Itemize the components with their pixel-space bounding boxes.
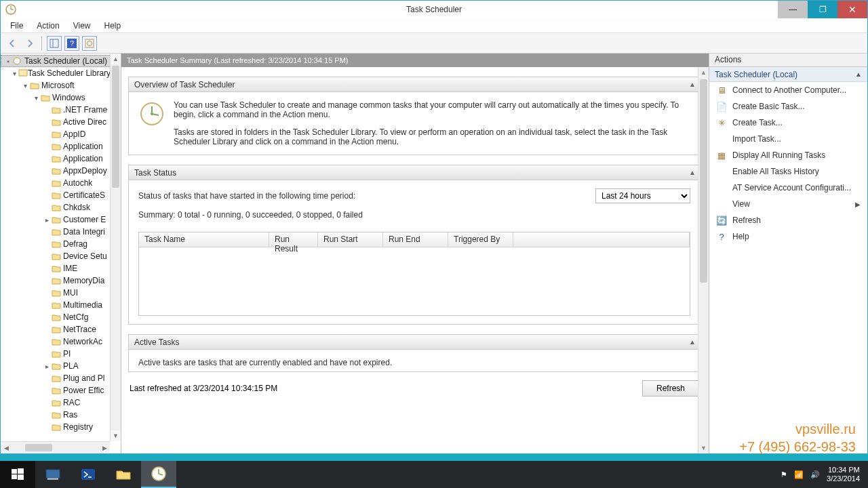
refresh-toolbar-button[interactable] <box>82 36 97 51</box>
tree-item[interactable]: Ras <box>1 409 121 421</box>
tray-network-icon[interactable]: 📶 <box>794 470 804 479</box>
col-task-name[interactable]: Task Name <box>139 232 269 247</box>
tree-item[interactable]: RAC <box>1 396 121 409</box>
active-tasks-desc: Active tasks are tasks that are currentl… <box>138 358 690 367</box>
tree-item[interactable]: Chkdsk <box>1 201 121 214</box>
tree-item[interactable]: Application <box>1 152 121 165</box>
menu-view[interactable]: View <box>66 19 98 33</box>
actions-subtitle[interactable]: Task Scheduler (Local) ▲ <box>709 67 867 82</box>
col-run-end[interactable]: Run End <box>383 232 448 247</box>
period-select[interactable]: Last 24 hours <box>595 188 690 203</box>
tree-item[interactable]: ▸Customer E <box>1 214 121 226</box>
overview-header[interactable]: Overview of Task Scheduler ▲ <box>129 77 700 92</box>
col-run-start[interactable]: Run Start <box>318 232 383 247</box>
tree-item[interactable]: PI <box>1 348 121 360</box>
tree-item[interactable]: Registry <box>1 421 121 433</box>
minimize-button[interactable]: — <box>778 1 808 18</box>
action-item[interactable]: Import Task... <box>709 131 867 147</box>
tree-item[interactable]: NetTrace <box>1 323 121 336</box>
action-item[interactable]: 🔄Refresh <box>709 212 867 228</box>
svg-rect-10 <box>19 70 27 76</box>
taskbar-explorer[interactable] <box>106 461 141 488</box>
tree-item[interactable]: Autochk <box>1 177 121 189</box>
action-item[interactable]: Enable All Tasks History <box>709 163 867 180</box>
folder-icon <box>51 264 62 273</box>
tree-windows[interactable]: ▾ Windows <box>1 92 121 104</box>
tree-vscrollbar[interactable]: ▲▼ <box>110 54 121 441</box>
maximize-button[interactable]: ❐ <box>808 1 837 18</box>
tree-item[interactable]: NetCfg <box>1 311 121 323</box>
tree-item[interactable]: NetworkAc <box>1 336 121 348</box>
tree-item[interactable]: ▸PLA <box>1 360 121 372</box>
col-run-result[interactable]: Run Result <box>269 232 318 247</box>
tree-item[interactable]: AppID <box>1 128 121 140</box>
close-button[interactable]: ✕ <box>837 1 867 18</box>
menu-help[interactable]: Help <box>98 19 128 33</box>
taskbar-powershell[interactable] <box>71 461 106 488</box>
folder-icon <box>40 93 51 102</box>
forward-button[interactable] <box>22 36 37 51</box>
folder-icon <box>51 422 62 432</box>
tray-clock[interactable]: 10:34 PM 3/23/2014 <box>827 466 860 483</box>
center-vscrollbar[interactable]: ▲▼ <box>698 67 709 453</box>
overview-text-2: Tasks are stored in folders in the Task … <box>174 127 690 146</box>
col-triggered-by[interactable]: Triggered By <box>448 232 513 247</box>
action-item[interactable]: View▶ <box>709 196 867 212</box>
menu-action[interactable]: Action <box>30 19 66 33</box>
show-hide-tree-button[interactable] <box>47 36 62 51</box>
status-summary: Summary: 0 total - 0 running, 0 succeede… <box>138 210 690 220</box>
tree[interactable]: ▪ Task Scheduler (Local) ▾ Task Schedule… <box>1 54 121 453</box>
tree-item[interactable]: Device Setu <box>1 250 121 262</box>
task-status-header[interactable]: Task Status ▲ <box>129 165 700 180</box>
tree-hscrollbar[interactable]: ◀▶ <box>1 441 110 453</box>
tree-item[interactable]: Active Direc <box>1 116 121 128</box>
tree-root[interactable]: ▪ Task Scheduler (Local) <box>1 55 121 67</box>
tree-item[interactable]: Defrag <box>1 238 121 250</box>
action-item[interactable]: ▦Display All Running Tasks <box>709 147 867 163</box>
menu-file[interactable]: File <box>3 19 30 33</box>
tree-item[interactable]: Power Effic <box>1 384 121 396</box>
tree-item[interactable]: CertificateS <box>1 189 121 201</box>
tray-flag-icon[interactable]: ⚑ <box>781 470 787 479</box>
tree-item[interactable]: Data Integri <box>1 226 121 238</box>
taskbar-task-scheduler[interactable] <box>141 461 176 488</box>
tree-item[interactable]: IME <box>1 262 121 274</box>
tree-library[interactable]: ▾ Task Scheduler Library <box>1 67 121 79</box>
collapse-up-icon: ▲ <box>855 70 862 78</box>
system-tray[interactable]: ⚑ 📶 🔊 10:34 PM 3/23/2014 <box>772 461 868 488</box>
action-item[interactable]: 🖥Connect to Another Computer... <box>709 82 867 98</box>
folder-icon <box>51 410 62 420</box>
help-button[interactable]: ? <box>64 36 79 51</box>
action-item[interactable]: 📄Create Basic Task... <box>709 98 867 115</box>
folder-icon <box>51 337 62 346</box>
status-grid[interactable]: Task Name Run Result Run Start Run End T… <box>138 232 690 316</box>
folder-icon <box>51 386 62 395</box>
window-title: Task Scheduler <box>406 5 462 14</box>
svg-point-14 <box>151 113 153 115</box>
back-button[interactable] <box>5 36 20 51</box>
tree-microsoft[interactable]: ▾ Microsoft <box>1 79 121 92</box>
taskbar[interactable]: ⚑ 📶 🔊 10:34 PM 3/23/2014 <box>0 461 868 488</box>
tree-item[interactable]: Multimedia <box>1 299 121 311</box>
titlebar[interactable]: Task Scheduler — ❐ ✕ <box>1 1 867 18</box>
active-tasks-header[interactable]: Active Tasks ▲ <box>129 335 700 350</box>
actions-header: Actions <box>709 54 867 67</box>
scheduler-icon <box>12 56 23 66</box>
refresh-button[interactable]: Refresh <box>642 380 699 396</box>
start-button[interactable] <box>0 461 35 488</box>
svg-point-8 <box>87 41 92 45</box>
action-item[interactable]: AT Service Account Configurati... <box>709 180 867 196</box>
tree-item[interactable]: AppxDeploy <box>1 165 121 177</box>
tree-item[interactable]: MemoryDia <box>1 274 121 287</box>
tree-item[interactable]: MUI <box>1 287 121 299</box>
svg-rect-20 <box>47 478 58 480</box>
tray-sound-icon[interactable]: 🔊 <box>810 470 820 479</box>
svg-rect-15 <box>12 469 17 474</box>
action-item[interactable]: ✳Create Task... <box>709 115 867 131</box>
tree-item[interactable]: Plug and Pl <box>1 372 121 384</box>
tree-item[interactable]: Application <box>1 140 121 152</box>
action-item[interactable]: ?Help <box>709 228 867 245</box>
tree-item[interactable]: .NET Frame <box>1 104 121 116</box>
action-icon <box>716 134 727 144</box>
taskbar-server-manager[interactable] <box>35 461 71 488</box>
